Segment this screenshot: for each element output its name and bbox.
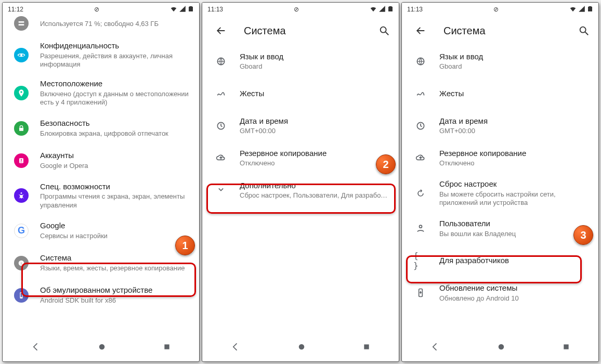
row-backup[interactable]: Резервное копирование Отключено (202, 142, 399, 174)
status-bar: 11:12 ⊘ (3, 3, 199, 16)
security-icon (14, 121, 29, 136)
nav-recent[interactable] (362, 343, 371, 353)
nav-back[interactable] (31, 342, 41, 354)
battery-icon (587, 5, 593, 15)
row-title: Жесты (439, 89, 590, 99)
row-sub: Отключено (240, 159, 390, 167)
svg-text:i: i (21, 261, 22, 265)
settings-row-storage[interactable]: Используется 71 %; свободно 4,63 ГБ (3, 16, 199, 36)
nav-home[interactable] (297, 342, 306, 354)
row-sub: Блокировка экрана, цифровой отпечаток (40, 129, 191, 138)
wifi-icon (569, 5, 577, 14)
row-sub: Языки, время, жесты, резервное копирован… (40, 264, 191, 272)
settings-list[interactable]: Используется 71 %; свободно 4,63 ГБ Конф… (3, 16, 199, 334)
settings-row-system[interactable]: i Система Языки, время, жесты, резервное… (3, 247, 199, 279)
svg-rect-19 (364, 344, 369, 349)
row-title: Язык и ввод (240, 52, 390, 62)
page-title: Система (443, 25, 561, 37)
privacy-icon (14, 48, 29, 62)
reset-icon (413, 186, 428, 201)
row-title: Безопасность (40, 119, 191, 128)
status-icons (569, 5, 593, 15)
status-time: 11:12 (8, 6, 23, 13)
update-icon (413, 285, 428, 300)
storage-icon (14, 16, 29, 31)
wifi-icon (370, 5, 377, 14)
system-list[interactable]: Язык и ввод Gboard Жесты Дата и время GM… (402, 45, 598, 334)
screen-system-expanded: 11:13 ⊘ Система Язык и ввод Gboard Жесты (401, 2, 599, 362)
row-language[interactable]: Язык и ввод Gboard (402, 45, 598, 77)
search-button[interactable] (374, 20, 395, 41)
clock-icon (214, 119, 228, 133)
svg-point-3 (20, 91, 22, 93)
svg-point-26 (499, 344, 504, 350)
nav-home[interactable] (497, 342, 506, 354)
row-sub: GMT+00:00 (240, 127, 390, 135)
svg-line-21 (585, 32, 589, 35)
row-reset[interactable]: Сброс настроек Вы можете сбросить настро… (402, 174, 598, 212)
row-title: Система (40, 253, 191, 263)
row-language[interactable]: Язык и ввод Gboard (202, 45, 399, 77)
row-title: Дата и время (439, 116, 590, 126)
settings-row-security[interactable]: Безопасность Блокировка экрана, цифровой… (3, 112, 199, 145)
row-sub: Отключено (439, 159, 590, 167)
battery-icon (188, 5, 194, 15)
nav-back[interactable] (230, 342, 241, 354)
row-title: Резервное копирование (240, 149, 390, 159)
row-developer[interactable]: { } Для разработчиков (402, 244, 598, 277)
row-sub: Gboard (240, 62, 390, 71)
svg-point-24 (420, 225, 422, 228)
settings-row-accounts[interactable]: Аккаунты Google и Opera (3, 145, 199, 177)
row-sub: Включено (доступ к данным о местоположен… (40, 90, 191, 107)
row-title: Дополнительно (240, 181, 390, 191)
location-icon (14, 86, 29, 100)
row-title: Конфиденциальность (40, 41, 191, 51)
status-time: 11:13 (207, 6, 223, 13)
row-title: Спец. возможности (40, 182, 191, 192)
row-sub: Вы вошли как Владелец (439, 230, 590, 238)
row-backup[interactable]: Резервное копирование Отключено (402, 142, 598, 174)
nav-home[interactable] (97, 342, 107, 354)
row-sub: Программы чтения с экрана, экран, элемен… (40, 192, 191, 210)
svg-point-18 (299, 344, 305, 350)
row-system-update[interactable]: Обновление системы Обновлено до Android … (402, 277, 598, 309)
row-users[interactable]: Пользователи Вы вошли как Владелец (402, 212, 598, 244)
settings-row-google[interactable]: G Google Сервисы и настройки (3, 215, 199, 247)
row-advanced[interactable]: Дополнительно Сброс настроек, Пользовате… (202, 174, 399, 206)
nav-back[interactable] (430, 342, 440, 354)
row-title: Для разработчиков (439, 256, 590, 266)
status-icons (170, 5, 194, 15)
row-title: Обновление системы (439, 283, 590, 293)
row-gestures[interactable]: Жесты (402, 77, 598, 110)
signal-icon (578, 5, 585, 14)
row-sub: Вы можете сбросить настройки сети, прило… (439, 190, 590, 207)
back-button[interactable] (410, 20, 431, 41)
svg-point-12 (99, 344, 105, 350)
screen-settings-main: 11:12 ⊘ Используется 71 %; свободно 4,63… (2, 2, 200, 362)
svg-point-2 (20, 54, 22, 56)
dnd-icon: ⊘ (94, 6, 99, 13)
row-title: Резервное копирование (439, 149, 590, 159)
page-title: Система (244, 25, 361, 37)
settings-row-accessibility[interactable]: Спец. возможности Программы чтения с экр… (3, 177, 199, 215)
row-datetime[interactable]: Дата и время GMT+00:00 (402, 110, 598, 142)
nav-bar (202, 334, 399, 361)
row-title: Местоположение (40, 79, 191, 89)
svg-point-14 (381, 27, 386, 33)
globe-icon (214, 54, 228, 69)
settings-row-location[interactable]: Местоположение Включено (доступ к данным… (3, 74, 199, 112)
nav-recent[interactable] (562, 343, 570, 353)
back-button[interactable] (211, 20, 231, 41)
nav-recent[interactable] (163, 343, 171, 353)
settings-row-privacy[interactable]: Конфиденциальность Разрешения, действия … (3, 36, 199, 74)
system-list[interactable]: Язык и ввод Gboard Жесты Дата и время GM… (202, 45, 399, 334)
gesture-icon (413, 86, 428, 101)
nav-bar (402, 334, 598, 361)
row-title: Жесты (240, 89, 390, 99)
settings-row-about[interactable]: Об эмулированном устройстве Android SDK … (3, 279, 199, 311)
row-gestures[interactable]: Жесты (202, 77, 399, 110)
signal-icon (378, 5, 386, 14)
row-sub: Android SDK built for x86 (40, 296, 191, 305)
search-button[interactable] (573, 20, 594, 41)
row-datetime[interactable]: Дата и время GMT+00:00 (202, 110, 399, 142)
